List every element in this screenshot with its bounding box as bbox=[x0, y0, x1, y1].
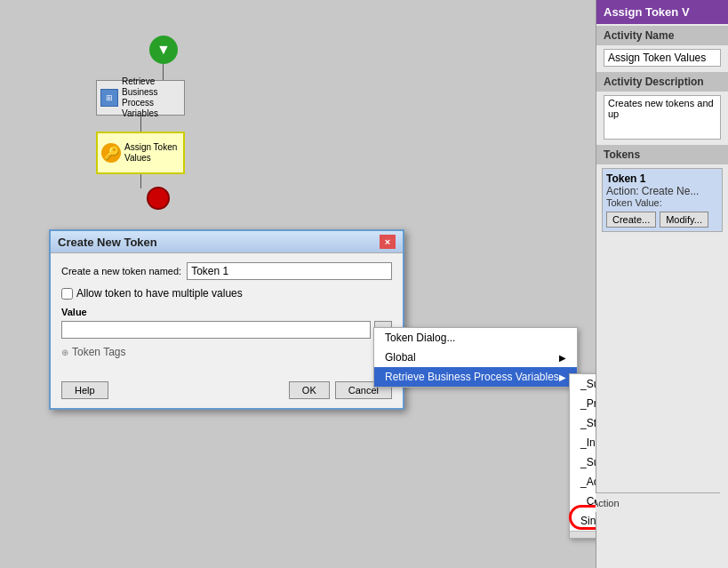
action-text: Action bbox=[592, 498, 620, 508]
checkbox-label: Allow token to have multiple values bbox=[76, 287, 243, 300]
submenu: _Submission Date _Process Time Zone _Sta… bbox=[569, 373, 596, 539]
multiple-values-checkbox[interactable] bbox=[61, 288, 73, 300]
token-tags-section[interactable]: ⊕ Token Tags bbox=[61, 346, 392, 358]
submenu-item-single-line[interactable]: Single_Line bbox=[570, 511, 596, 531]
modify-button[interactable]: Modify... bbox=[660, 212, 708, 228]
retrieve-node[interactable]: ⊞ Retrieve BusinessProcess Variables bbox=[96, 80, 185, 116]
activity-description-label: Activity Description bbox=[596, 72, 728, 92]
activity-name-field bbox=[596, 45, 728, 70]
stop-node bbox=[147, 187, 170, 210]
token-name-input[interactable] bbox=[187, 262, 392, 280]
dialog-close-button[interactable]: × bbox=[380, 235, 396, 249]
submenu-scrollbar[interactable] bbox=[570, 531, 596, 538]
right-panel: Assign Token V Activity Name Activity De… bbox=[596, 0, 728, 568]
token-tags-label: Token Tags bbox=[72, 346, 126, 358]
token-name-label: Create a new token named: bbox=[61, 266, 181, 276]
activity-description-box: Creates new tokens and up bbox=[604, 95, 721, 140]
ok-button[interactable]: OK bbox=[289, 381, 330, 399]
dialog-body: Create a new token named: Allow token to… bbox=[51, 253, 403, 376]
action-label-area: Action bbox=[587, 492, 720, 512]
retrieve-label: Retrieve BusinessProcess Variables bbox=[122, 76, 180, 119]
help-button[interactable]: Help bbox=[61, 381, 108, 399]
activity-name-input[interactable] bbox=[604, 49, 721, 67]
submenu-item-comment[interactable]: _Comment bbox=[570, 492, 596, 511]
global-arrow-icon: ▶ bbox=[559, 353, 566, 363]
assign-label: Assign TokenValues bbox=[124, 142, 177, 164]
activity-name-label: Activity Name bbox=[596, 26, 728, 45]
value-section-label: Value bbox=[61, 307, 392, 317]
submenu-item-initiator[interactable]: _Initiator bbox=[570, 433, 596, 452]
token1-btn-row: Create... Modify... bbox=[606, 212, 718, 228]
right-panel-title: Assign Token V bbox=[596, 0, 728, 24]
start-node bbox=[149, 36, 178, 64]
submenu-item-process-timezone[interactable]: _Process Time Zone bbox=[570, 394, 596, 413]
value-input[interactable] bbox=[61, 321, 371, 339]
submenu-item-submission-date[interactable]: _Submission Date bbox=[570, 374, 596, 394]
submenu-item-submitter[interactable]: _Submitter bbox=[570, 452, 596, 472]
value-row: > bbox=[61, 321, 392, 339]
assign-icon: 🔑 bbox=[101, 143, 121, 163]
token1-title: Token 1 bbox=[606, 172, 718, 185]
token1-value-label: Token Value: bbox=[606, 197, 718, 208]
assign-node[interactable]: 🔑 Assign TokenValues bbox=[96, 132, 185, 174]
token1-action: Action: Create Ne... bbox=[606, 185, 718, 197]
token1-action-label: Action: bbox=[606, 185, 639, 197]
connector-3 bbox=[140, 174, 141, 188]
dialog-title-bar: Create New Token × bbox=[51, 231, 403, 253]
dialog-title: Create New Token bbox=[58, 236, 157, 249]
menu-item-retrieve[interactable]: Retrieve Business Process Variables ▶ bbox=[374, 367, 577, 387]
submenu-item-start-date[interactable]: _Start Date bbox=[570, 413, 596, 433]
retrieve-arrow-icon: ▶ bbox=[559, 372, 566, 382]
token-name-row: Create a new token named: bbox=[61, 262, 392, 280]
tokens-label: Tokens bbox=[596, 145, 728, 164]
token1-box: Token 1 Action: Create Ne... Token Value… bbox=[602, 168, 723, 232]
checkbox-row: Allow token to have multiple values bbox=[61, 287, 392, 300]
activity-description-field: Creates new tokens and up bbox=[596, 92, 728, 143]
menu-item-global[interactable]: Global ▶ bbox=[374, 348, 577, 367]
retrieve-icon: ⊞ bbox=[100, 89, 118, 107]
create-button[interactable]: Create... bbox=[606, 212, 656, 228]
token1-action-value: Create Ne... bbox=[642, 185, 700, 197]
create-token-dialog: Create New Token × Create a new token na… bbox=[49, 229, 404, 410]
expand-icon: ⊕ bbox=[61, 348, 68, 357]
connector-2 bbox=[140, 116, 141, 133]
menu-item-token-dialog[interactable]: Token Dialog... bbox=[374, 328, 577, 348]
canvas-area: ⊞ Retrieve BusinessProcess Variables 🔑 A… bbox=[0, 0, 596, 568]
dialog-footer: Help OK Cancel bbox=[51, 376, 403, 408]
context-menu: Token Dialog... Global ▶ Retrieve Busine… bbox=[373, 327, 578, 388]
submenu-item-action[interactable]: _Action bbox=[570, 472, 596, 492]
